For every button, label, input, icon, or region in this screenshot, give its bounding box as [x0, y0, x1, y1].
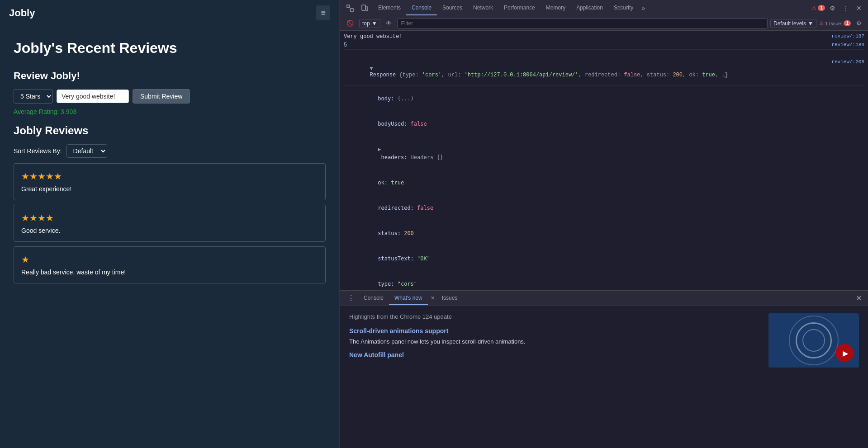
top-context-selector[interactable]: top ▼ — [359, 19, 380, 28]
chevron-down-icon-2: ▼ — [808, 20, 813, 27]
response-expand-arrow[interactable] — [370, 66, 373, 72]
devtools-bottom-panel: ⋮ Console What's new ✕ Issues ✕ Highligh… — [340, 290, 868, 448]
more-tabs-button[interactable]: » — [639, 3, 648, 14]
review-text-3: Really bad service, waste of my time! — [21, 269, 318, 276]
tab-performance[interactable]: Performance — [498, 1, 541, 15]
tree-row-type: type: "cors" — [344, 271, 864, 290]
tree-row-redirected: redirected: false — [344, 195, 864, 221]
svg-rect-3 — [366, 7, 368, 10]
log-levels-button[interactable]: Default levels ▼ — [770, 19, 816, 28]
star-select[interactable]: 5 Stars 4 Stars 3 Stars 2 Stars 1 Star — [14, 89, 53, 104]
tree-row-status: status: 200 — [344, 221, 864, 246]
review-card-2: ★★★★ Good service. — [14, 205, 326, 242]
bottom-content: Highlights from the Chrome 124 update Sc… — [340, 306, 868, 448]
bottom-panel-close-button[interactable]: ✕ — [853, 293, 864, 303]
sort-label: Sort Reviews By: — [14, 147, 62, 155]
default-levels-label: Default levels — [773, 20, 806, 27]
clear-console-button[interactable]: 🚫 — [344, 19, 356, 28]
scroll-animations-desc: The Animations panel now lets you inspec… — [349, 338, 759, 345]
app-content: Jobly's Recent Reviews Review Jobly! 5 S… — [0, 26, 339, 448]
close-devtools-button[interactable]: ✕ — [854, 3, 864, 14]
tab-sources[interactable]: Sources — [437, 1, 468, 15]
tab-elements[interactable]: Elements — [373, 1, 406, 15]
bottom-tab-console[interactable]: Console — [358, 292, 389, 305]
chevron-down-icon: ▼ — [372, 20, 377, 27]
inspect-element-button[interactable] — [344, 3, 356, 14]
review-text-1: Great experience! — [21, 185, 318, 193]
console-number-1: 5 — [344, 42, 828, 48]
console-line-1: Very good website! review/:187 — [344, 33, 864, 41]
console-line-2: 5 review/:189 — [344, 41, 864, 50]
devtools-topbar: Elements Console Sources Network Perform… — [340, 0, 868, 16]
tree-row-headers: headers: Headers {} — [344, 137, 864, 170]
page-title: Jobly's Recent Reviews — [14, 40, 326, 57]
navbar-toggle-button[interactable]: ≡ — [316, 5, 330, 20]
stars-2: ★★★★ — [21, 212, 318, 223]
submit-review-button[interactable]: Submit Review — [133, 89, 190, 104]
average-rating: Average Rating: 3.903 — [14, 108, 326, 115]
svg-rect-2 — [362, 5, 365, 10]
response-header-text: Response {type: 'cors', url: 'http://127… — [344, 59, 828, 85]
console-link-1[interactable]: review/:187 — [831, 33, 864, 39]
issue-count-area: ⚠ 1 Issue: 1 — [819, 20, 851, 26]
review-form: 5 Stars 4 Stars 3 Stars 2 Stars 1 Star S… — [14, 89, 326, 104]
tab-memory[interactable]: Memory — [541, 1, 571, 15]
whats-new-thumbnail: ▶ — [768, 313, 859, 368]
review-form-section: Review Jobly! 5 Stars 4 Stars 3 Stars 2 … — [14, 70, 326, 115]
tab-security[interactable]: Security — [608, 1, 639, 15]
review-text-input[interactable] — [57, 90, 129, 103]
issue-icon: ⚠ — [812, 5, 816, 11]
tree-row-bodyused: bodyUsed: false — [344, 111, 864, 137]
autofill-title[interactable]: New Autofill panel — [349, 351, 759, 358]
console-response-header: Response {type: 'cors', url: 'http://127… — [344, 58, 864, 86]
navbar: Jobly ≡ — [0, 0, 339, 26]
console-line-3 — [344, 50, 864, 58]
devtools-right-icons: ⚠ 1 ⚙ ⋮ ✕ — [812, 3, 864, 14]
console-blank-1 — [344, 51, 864, 57]
whats-new-close-button[interactable]: ✕ — [429, 294, 436, 302]
console-link-3[interactable]: review/:205 — [831, 59, 864, 65]
tab-console[interactable]: Console — [406, 1, 437, 15]
console-text-1: Very good website! — [344, 33, 828, 40]
devtools-panel: Elements Console Sources Network Perform… — [339, 0, 868, 448]
bottom-tab-whats-new[interactable]: What's new — [389, 292, 428, 305]
reviews-section: Jobly Reviews Sort Reviews By: Default H… — [14, 124, 326, 283]
review-form-heading: Review Jobly! — [14, 70, 326, 82]
navbar-brand: Jobly — [9, 7, 35, 19]
more-options-button[interactable]: ⋮ — [840, 3, 852, 14]
bottom-tab-issues[interactable]: Issues — [436, 292, 463, 305]
headers-expand-arrow[interactable] — [378, 146, 381, 152]
stars-1: ★★★★★ — [21, 171, 318, 182]
console-settings-button[interactable]: ⚙ — [854, 19, 864, 28]
filter-input[interactable] — [397, 19, 768, 28]
scroll-animations-title[interactable]: Scroll-driven animations support — [349, 327, 759, 335]
custom-formatters-button[interactable]: 👁 — [383, 19, 394, 28]
issue-count-badge: 1 — [844, 20, 851, 26]
console-toolbar: 🚫 top ▼ 👁 Default levels ▼ ⚠ 1 Issue: 1 … — [340, 16, 868, 31]
issue-count-label: 1 Issue: — [825, 21, 843, 26]
whats-new-header: Highlights from the Chrome 124 update — [349, 313, 759, 320]
app-panel: Jobly ≡ Jobly's Recent Reviews Review Jo… — [0, 0, 339, 448]
sort-select[interactable]: Default Highest Lowest — [66, 144, 107, 158]
reviews-heading: Jobly Reviews — [14, 124, 326, 137]
settings-button[interactable]: ⚙ — [827, 3, 838, 14]
whats-new-text: Highlights from the Chrome 124 update Sc… — [349, 313, 759, 441]
tab-application[interactable]: Application — [571, 1, 608, 15]
svg-rect-0 — [347, 5, 350, 8]
device-toolbar-button[interactable] — [358, 3, 371, 14]
console-link-2[interactable]: review/:189 — [831, 42, 864, 47]
sort-row: Sort Reviews By: Default Highest Lowest — [14, 144, 326, 158]
issue-count-icon: ⚠ — [819, 20, 824, 26]
tree-row-body: body: (...) — [344, 86, 864, 111]
review-card-3: ★ Really bad service, waste of my time! — [14, 246, 326, 283]
stars-3: ★ — [21, 254, 318, 265]
console-output: Very good website! review/:187 5 review/… — [340, 31, 868, 290]
tab-network[interactable]: Network — [468, 1, 498, 15]
tree-row-ok: ok: true — [344, 170, 864, 195]
tree-row-statustext: statusText: "OK" — [344, 246, 864, 271]
issue-badge: 1 — [818, 5, 825, 11]
svg-rect-1 — [351, 9, 353, 11]
bottom-more-button[interactable]: ⋮ — [344, 292, 358, 304]
review-card-1: ★★★★★ Great experience! — [14, 163, 326, 200]
devtools-tabs: Elements Console Sources Network Perform… — [373, 1, 810, 15]
